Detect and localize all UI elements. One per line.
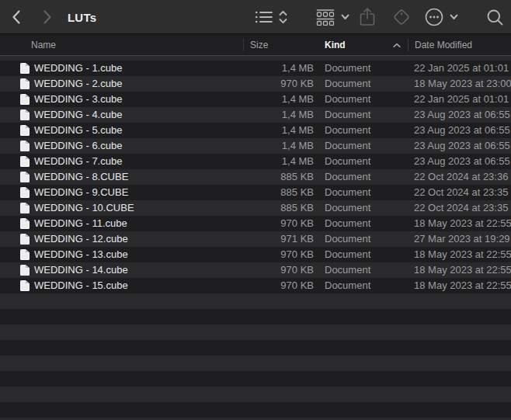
- file-size: 1,4 MB: [243, 107, 314, 123]
- file-date-modified: 18 May 2023 at 22:55: [414, 278, 511, 293]
- file-name: WEDDING - 15.cube: [34, 278, 128, 293]
- search-icon: [486, 9, 504, 26]
- file-date-modified: 23 Aug 2023 at 06:55: [414, 154, 510, 169]
- table-row[interactable]: WEDDING - 9.CUBE 885 KB Document 22 Oct …: [0, 185, 511, 200]
- column-header-row: Name Size Kind Date Modified: [0, 35, 511, 56]
- file-list: WEDDING - 1.cube 1,4 MB Document 22 Jan …: [0, 56, 511, 293]
- file-name: WEDDING - 8.CUBE: [34, 169, 128, 185]
- file-date-modified: 27 Mar 2023 at 19:29: [414, 231, 510, 247]
- table-row[interactable]: WEDDING - 5.cube 1,4 MB Document 23 Aug …: [0, 123, 511, 138]
- table-row[interactable]: WEDDING - 1.cube 1,4 MB Document 22 Jan …: [0, 61, 511, 76]
- file-kind: Document: [325, 169, 370, 185]
- file-size: 970 KB: [243, 278, 314, 293]
- file-date-modified: 18 May 2023 at 23:00: [414, 76, 511, 92]
- file-date-modified: 23 Aug 2023 at 06:55: [414, 138, 510, 154]
- file-size: 885 KB: [243, 185, 314, 200]
- file-size: 1,4 MB: [243, 92, 314, 107]
- column-divider[interactable]: [408, 39, 408, 51]
- file-name: WEDDING - 13.cube: [34, 247, 128, 262]
- file-size: 1,4 MB: [243, 138, 314, 154]
- file-kind: Document: [325, 61, 370, 76]
- table-row[interactable]: WEDDING - 7.cube 1,4 MB Document 23 Aug …: [0, 154, 511, 169]
- document-icon: [20, 203, 30, 213]
- more-options-button[interactable]: [424, 0, 458, 34]
- file-size: 971 KB: [243, 231, 314, 247]
- document-icon: [20, 249, 30, 260]
- file-kind: Document: [325, 200, 370, 216]
- search-button[interactable]: [486, 0, 504, 34]
- group-button[interactable]: [315, 0, 349, 34]
- group-icon: [315, 9, 335, 26]
- file-name: WEDDING - 3.cube: [34, 92, 122, 107]
- back-button[interactable]: [11, 0, 22, 34]
- file-kind: Document: [325, 107, 370, 123]
- chevron-left-icon: [11, 9, 22, 25]
- table-row[interactable]: WEDDING - 2.cube 970 KB Document 18 May …: [0, 76, 511, 92]
- document-icon: [20, 280, 30, 291]
- tag-button[interactable]: [391, 0, 412, 34]
- ellipsis-circle-icon: [424, 7, 444, 27]
- table-row[interactable]: WEDDING - 3.cube 1,4 MB Document 22 Jan …: [0, 92, 511, 107]
- file-size: 970 KB: [243, 76, 314, 92]
- file-date-modified: 18 May 2023 at 22:55: [414, 247, 511, 262]
- view-options-button[interactable]: [255, 0, 287, 34]
- document-icon: [20, 234, 30, 245]
- toolbar: LUTs: [0, 0, 511, 34]
- document-icon: [20, 156, 30, 167]
- table-row[interactable]: WEDDING - 10.CUBE 885 KB Document 22 Oct…: [0, 200, 511, 216]
- table-row[interactable]: WEDDING - 8.CUBE 885 KB Document 22 Oct …: [0, 169, 511, 185]
- column-header-name[interactable]: Name: [31, 35, 56, 55]
- file-kind: Document: [325, 76, 370, 92]
- file-name: WEDDING - 9.CUBE: [34, 185, 128, 200]
- file-kind: Document: [325, 231, 370, 247]
- window-title: LUTs: [68, 0, 96, 34]
- document-icon: [20, 63, 30, 74]
- file-name: WEDDING - 5.cube: [34, 123, 122, 138]
- file-name: WEDDING - 7.cube: [34, 154, 122, 169]
- file-kind: Document: [325, 92, 370, 107]
- file-kind: Document: [325, 154, 370, 169]
- file-size: 970 KB: [243, 262, 314, 278]
- document-icon: [20, 125, 30, 136]
- file-kind: Document: [325, 247, 370, 262]
- file-name: WEDDING - 1.cube: [34, 61, 122, 76]
- column-header-kind[interactable]: Kind: [325, 35, 346, 55]
- file-name: WEDDING - 10.CUBE: [34, 200, 134, 216]
- file-kind: Document: [325, 185, 370, 200]
- table-row[interactable]: WEDDING - 12.cube 971 KB Document 27 Mar…: [0, 231, 511, 247]
- file-kind: Document: [325, 278, 370, 293]
- file-kind: Document: [325, 138, 370, 154]
- document-icon: [20, 172, 30, 182]
- file-size: 1,4 MB: [243, 123, 314, 138]
- document-icon: [20, 94, 30, 105]
- file-date-modified: 22 Jan 2025 at 01:01: [414, 61, 509, 76]
- sort-ascending-icon: [393, 35, 401, 55]
- column-divider[interactable]: [243, 39, 244, 51]
- table-row[interactable]: WEDDING - 11.cube 970 KB Document 18 May…: [0, 216, 511, 231]
- file-size: 970 KB: [243, 216, 314, 231]
- table-row[interactable]: WEDDING - 15.cube 970 KB Document 18 May…: [0, 278, 511, 293]
- file-date-modified: 22 Jan 2025 at 01:01: [414, 92, 509, 107]
- table-row[interactable]: WEDDING - 4.cube 1,4 MB Document 23 Aug …: [0, 107, 511, 123]
- file-size: 1,4 MB: [243, 61, 314, 76]
- table-row[interactable]: WEDDING - 13.cube 970 KB Document 18 May…: [0, 247, 511, 262]
- file-size: 885 KB: [243, 169, 314, 185]
- file-name: WEDDING - 14.cube: [34, 262, 128, 278]
- share-button[interactable]: [359, 0, 376, 34]
- chevron-right-icon: [42, 9, 53, 25]
- file-name: WEDDING - 2.cube: [34, 76, 122, 92]
- document-icon: [20, 78, 30, 89]
- column-header-size[interactable]: Size: [250, 35, 268, 55]
- document-icon: [20, 187, 30, 198]
- table-row[interactable]: WEDDING - 14.cube 970 KB Document 18 May…: [0, 262, 511, 278]
- file-name: WEDDING - 12.cube: [34, 231, 128, 247]
- table-row[interactable]: WEDDING - 6.cube 1,4 MB Document 23 Aug …: [0, 138, 511, 154]
- tag-icon: [391, 6, 412, 28]
- chevron-down-icon: [341, 14, 349, 20]
- document-icon: [20, 265, 30, 276]
- list-view-icon: [255, 10, 273, 24]
- forward-button[interactable]: [42, 0, 53, 34]
- column-header-date-modified[interactable]: Date Modified: [415, 35, 472, 55]
- file-name: WEDDING - 11.cube: [34, 216, 127, 231]
- file-date-modified: 22 Oct 2024 at 23:36: [414, 169, 508, 185]
